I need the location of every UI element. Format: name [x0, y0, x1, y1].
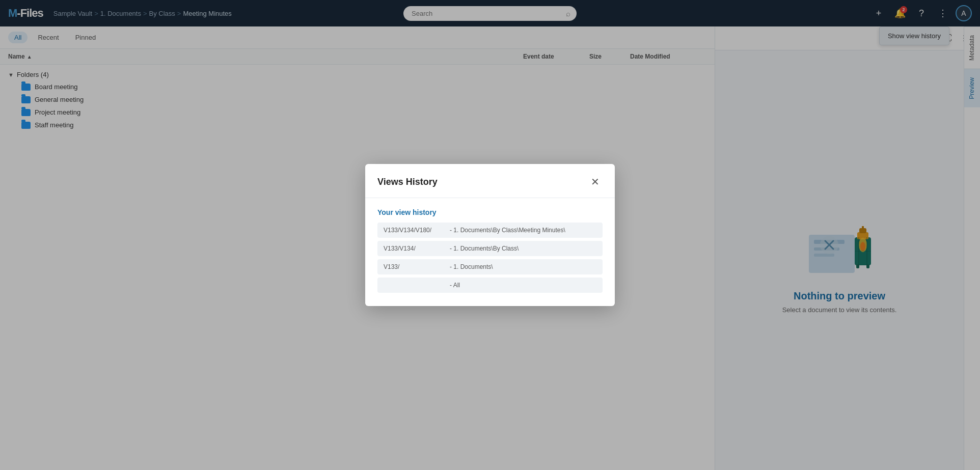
history-item[interactable]: V133/V134/ - 1. Documents\By Class\ [377, 241, 603, 256]
history-item[interactable]: V133/V134/V180/ - 1. Documents\By Class\… [377, 223, 603, 238]
views-history-modal: Views History ✕ Your view history V133/V… [365, 164, 615, 306]
history-path: V133/V134/ [384, 245, 450, 252]
history-label: - All [450, 282, 460, 289]
modal-header: Views History ✕ [365, 164, 615, 198]
history-item[interactable]: V133/ - 1. Documents\ [377, 259, 603, 274]
history-label: - 1. Documents\By Class\ [450, 245, 519, 252]
modal-title: Views History [377, 177, 438, 187]
modal-close-button[interactable]: ✕ [587, 174, 603, 189]
modal-overlay[interactable]: Views History ✕ Your view history V133/V… [0, 0, 980, 470]
history-path: V133/ [384, 263, 450, 270]
modal-body: Your view history V133/V134/V180/ - 1. D… [365, 198, 615, 306]
history-item[interactable]: - All [377, 278, 603, 293]
modal-section-title: Your view history [377, 208, 603, 216]
history-path: V133/V134/V180/ [384, 227, 450, 234]
history-label: - 1. Documents\By Class\Meeting Minutes\ [450, 227, 565, 234]
history-label: - 1. Documents\ [450, 263, 493, 270]
